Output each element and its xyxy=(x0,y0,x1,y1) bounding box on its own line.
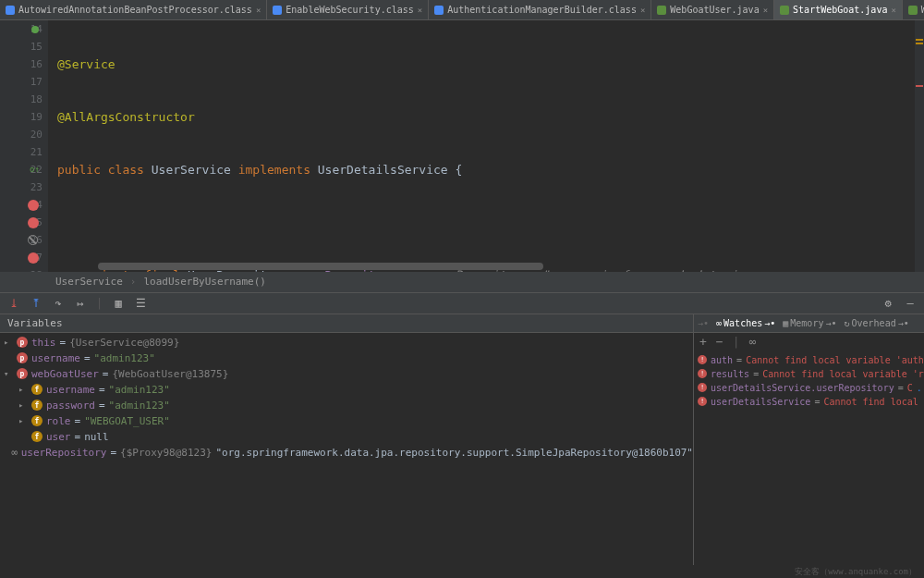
tab-2[interactable]: AuthenticationManagerBuilder.class× xyxy=(429,0,651,19)
add-watch-icon[interactable]: + xyxy=(699,335,707,349)
java-icon xyxy=(657,6,666,15)
tab-overhead[interactable]: ↻ Overhead →• xyxy=(844,318,908,328)
variable-row[interactable]: ▸pthis = {UserService@8099} xyxy=(0,335,693,350)
close-icon[interactable]: × xyxy=(640,6,645,15)
close-icon[interactable]: × xyxy=(418,6,422,15)
step-into-icon[interactable]: ⤒ xyxy=(30,297,43,310)
run-to-cursor-icon[interactable]: ↦ xyxy=(74,297,87,310)
service-icon xyxy=(31,26,39,33)
tab-memory[interactable]: ▦ Memory →• xyxy=(783,318,836,328)
close-icon[interactable]: × xyxy=(763,6,768,15)
close-icon[interactable]: × xyxy=(256,6,261,15)
tab-5[interactable]: WebGoat.java× xyxy=(903,0,924,19)
evaluate-icon[interactable]: ▦ xyxy=(112,297,125,310)
tab-3[interactable]: WebGoatUser.java× xyxy=(651,0,774,19)
variable-row[interactable]: ▸fpassword = "admin123" xyxy=(0,398,693,413)
tab-1[interactable]: EnableWebSecurity.class× xyxy=(267,0,429,19)
code-editor[interactable]: 14 15 16 17 18 19 20 21 22o↑ 23 24 25 26… xyxy=(0,20,924,272)
chevron-right-icon: › xyxy=(130,276,137,288)
breakpoint-icon[interactable] xyxy=(28,200,39,211)
crumb-method[interactable]: loadUserByUsername() xyxy=(143,276,265,288)
no-entry-icon[interactable] xyxy=(28,235,38,245)
remove-watch-icon[interactable]: − xyxy=(716,335,723,349)
breakpoint-icon[interactable] xyxy=(28,252,39,264)
class-icon xyxy=(6,6,15,15)
code-area[interactable]: @Service @AllArgsConstructor public clas… xyxy=(48,20,915,272)
variable-row[interactable]: ▸fusername = "admin123" xyxy=(0,382,693,398)
variable-row[interactable]: ▾pwebGoatUser = {WebGoatUser@13875} xyxy=(0,366,693,382)
debug-toolbar: ⤓ ⤒ ↷ ↦ | ▦ ☰ ⚙ — xyxy=(0,292,924,314)
watches-list[interactable]: !auth = Cannot find local variable 'auth… xyxy=(694,351,924,566)
step-out-icon[interactable]: ↷ xyxy=(52,297,65,310)
gutter[interactable]: 14 15 16 17 18 19 20 21 22o↑ 23 24 25 26… xyxy=(0,20,48,272)
footer-watermark: 安全客（www.anquanke.com） xyxy=(0,565,924,578)
error-stripe[interactable] xyxy=(915,20,924,272)
watch-row[interactable]: !userDetailsService = Cannot find local … xyxy=(698,395,920,409)
variables-header: Variables xyxy=(0,314,693,333)
variable-row[interactable]: fuser = null xyxy=(0,429,693,445)
breakpoint-icon[interactable] xyxy=(28,217,39,228)
minimize-icon[interactable]: — xyxy=(904,297,917,310)
editor-tabs: AutowiredAnnotationBeanPostProcessor.cla… xyxy=(0,0,924,20)
java-icon xyxy=(780,6,789,15)
override-icon[interactable]: o↑ xyxy=(30,161,40,178)
watch-row[interactable]: !results = Cannot find local variable 'r… xyxy=(698,367,920,381)
variables-panel: Variables ▸pthis = {UserService@8099}pus… xyxy=(0,314,693,566)
gear-icon[interactable]: ⚙ xyxy=(881,297,894,310)
breadcrumb[interactable]: UserService › loadUserByUsername() xyxy=(0,272,924,292)
crumb-class[interactable]: UserService xyxy=(55,276,123,288)
step-over-icon[interactable]: ⤓ xyxy=(7,297,20,310)
debug-panel: Variables ▸pthis = {UserService@8099}pus… xyxy=(0,314,924,566)
java-icon xyxy=(908,6,918,15)
variable-row[interactable]: ∞userRepository = {$Proxy98@8123} "org.s… xyxy=(0,445,693,461)
class-icon xyxy=(273,6,282,15)
tab-4[interactable]: StartWebGoat.java× xyxy=(774,0,903,19)
link-icon[interactable]: ∞ xyxy=(748,335,756,349)
frames-icon[interactable]: ☰ xyxy=(134,297,147,310)
watch-row[interactable]: !auth = Cannot find local variable 'auth… xyxy=(698,353,920,367)
watch-toolbar: + − | ∞ xyxy=(694,333,924,351)
horizontal-scrollbar[interactable] xyxy=(98,263,907,270)
variables-tree[interactable]: ▸pthis = {UserService@8099}pusername = "… xyxy=(0,333,693,566)
class-icon xyxy=(434,6,444,15)
watch-row[interactable]: !userDetailsService.userRepository = C .… xyxy=(698,381,920,395)
watch-tabs: →• ∞ Watches →• ▦ Memory →• ↻ Overhead →… xyxy=(694,314,924,333)
watches-panel: →• ∞ Watches →• ▦ Memory →• ↻ Overhead →… xyxy=(693,314,924,566)
tab-watches[interactable]: ∞ Watches →• xyxy=(716,318,775,328)
tab-0[interactable]: AutowiredAnnotationBeanPostProcessor.cla… xyxy=(0,0,267,19)
variable-row[interactable]: pusername = "admin123" xyxy=(0,350,693,366)
variable-row[interactable]: ▸frole = "WEBGOAT_USER" xyxy=(0,413,693,429)
close-icon[interactable]: × xyxy=(891,6,895,15)
